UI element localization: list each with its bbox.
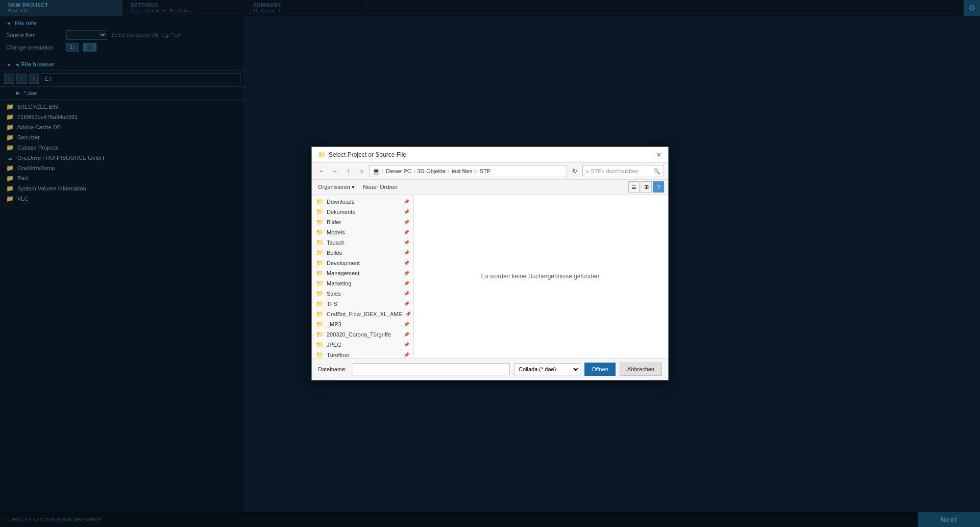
sidebar-folder-icon: 📁 xyxy=(316,239,324,246)
sidebar-folder-icon: 📁 xyxy=(316,300,324,307)
filetype-select[interactable]: Collada (*.dae) xyxy=(514,363,580,375)
view-grid-btn[interactable]: ⊞ xyxy=(641,181,652,193)
dialog-sidebar-item[interactable]: 📁 JPEG📌 xyxy=(312,340,413,350)
sidebar-folder-icon: 📁 xyxy=(316,341,324,348)
sidebar-folder-icon: 📁 xyxy=(316,331,324,338)
organise-button[interactable]: Organisieren ▾ xyxy=(316,183,357,191)
view-list-btn[interactable]: ☰ xyxy=(628,181,640,193)
dialog-sidebar-item[interactable]: 📁 Sales📌 xyxy=(312,289,413,299)
dialog-nav-back[interactable]: ← xyxy=(316,165,327,177)
pin-icon: 📌 xyxy=(404,322,409,327)
dialog-sidebar-item[interactable]: 📁 TFS📌 xyxy=(312,299,413,309)
breadcrumb-part-4[interactable]: .STP xyxy=(478,168,491,174)
dialog-body: 📁 Downloads📌📁 Dokumente📌📁 Bilder📌📁 Model… xyxy=(312,195,668,358)
breadcrumb-part-1[interactable]: Dieser PC xyxy=(386,168,411,174)
sidebar-folder-icon: 📁 xyxy=(316,229,324,236)
pin-icon: 📌 xyxy=(404,250,409,255)
filename-label: Dateiname: xyxy=(318,366,349,372)
pin-icon: 📌 xyxy=(404,260,409,266)
sidebar-item-name: 200320_Corona_Türgriffe xyxy=(327,331,391,338)
sidebar-item-name: Dokumente xyxy=(327,209,355,215)
sidebar-folder-icon: 📁 xyxy=(316,259,324,267)
dialog-breadcrumb: 💻 › Dieser PC › 3D-Objekte › test files … xyxy=(369,165,567,177)
sidebar-item-name: TFS xyxy=(327,301,337,307)
sidebar-item-name: _MP3 xyxy=(327,321,341,327)
sidebar-item-name: JPEG xyxy=(327,342,341,348)
dialog-sidebar: 📁 Downloads📌📁 Dokumente📌📁 Bilder📌📁 Model… xyxy=(312,195,414,358)
breadcrumb-sep-1: › xyxy=(382,168,384,174)
dialog-nav-forward[interactable]: → xyxy=(329,165,340,177)
open-button[interactable]: Öffnen xyxy=(584,363,616,376)
dialog-footer: Dateiname: Collada (*.dae) Öffnen Abbrec… xyxy=(312,358,668,380)
pin-icon: 📌 xyxy=(404,220,409,225)
sidebar-folder-icon: 📁 xyxy=(316,249,324,256)
sidebar-item-name: Tausch xyxy=(327,239,345,246)
pin-icon: 📌 xyxy=(404,209,409,214)
sidebar-folder-icon: 📁 xyxy=(316,270,324,277)
dialog-nav-up[interactable]: ↑ xyxy=(342,165,354,177)
new-folder-button[interactable]: Neuer Ordner xyxy=(361,183,399,191)
sidebar-folder-icon: 📁 xyxy=(316,198,324,205)
filename-input[interactable] xyxy=(353,363,510,375)
breadcrumb-part-2[interactable]: 3D-Objekte xyxy=(417,168,446,174)
sidebar-folder-icon: 📁 xyxy=(316,280,324,287)
dialog-actions-bar: Organisieren ▾ Neuer Ordner ☰ ⊞ ? xyxy=(312,180,668,195)
pin-icon: 📌 xyxy=(404,230,409,235)
dialog-sidebar-item[interactable]: 📁 _MP3📌 xyxy=(312,319,413,329)
dialog-sidebar-item[interactable]: 📁 Development📌 xyxy=(312,258,413,268)
sidebar-item-name: Development xyxy=(327,260,360,266)
dialog-nav-home[interactable]: ⌂ xyxy=(356,165,367,177)
dialog-sidebar-item[interactable]: 📁 Builds📌 xyxy=(312,248,413,258)
pin-icon: 📌 xyxy=(404,240,409,245)
dialog-search-box[interactable]: ».STP« durchsuchen 🔍 xyxy=(582,165,664,177)
dialog-sidebar-item[interactable]: 📁 Marketing📌 xyxy=(312,278,413,289)
dialog-close-button[interactable]: ✕ xyxy=(656,151,662,158)
sidebar-item-name: Marketing xyxy=(327,280,351,286)
sidebar-folder-icon: 📁 xyxy=(316,321,324,328)
sidebar-item-name: Türöffner xyxy=(327,352,349,358)
pin-icon: 📌 xyxy=(404,332,409,337)
sidebar-folder-icon: 📁 xyxy=(316,208,324,215)
search-icon: 🔍 xyxy=(653,168,660,175)
sidebar-folder-icon: 📁 xyxy=(316,290,324,297)
dialog-sidebar-item[interactable]: 📁 Management📌 xyxy=(312,268,413,278)
dialog-main-area: Es wurden keine Suchergebnisse gefunden. xyxy=(414,195,668,358)
sidebar-item-name: CrafBot_Flow_IDEX_XL_AME xyxy=(327,311,402,317)
view-buttons: ☰ ⊞ ? xyxy=(628,181,664,193)
pin-icon: 📌 xyxy=(404,352,409,357)
dialog-toolbar: ← → ↑ ⌂ 💻 › Dieser PC › 3D-Objekte › tes… xyxy=(312,163,668,180)
breadcrumb-part-3[interactable]: test files xyxy=(452,168,472,174)
sidebar-folder-icon: 📁 xyxy=(316,310,324,318)
dialog-title-text: Select Project or Source File xyxy=(329,151,406,158)
pin-icon: 📌 xyxy=(404,271,409,276)
sidebar-item-name: Builds xyxy=(327,250,342,256)
dialog-titlebar: 📁 Select Project or Source File ✕ xyxy=(312,147,668,163)
search-placeholder-text: ».STP« durchsuchen xyxy=(586,168,639,174)
dialog-sidebar-item[interactable]: 📁 Tausch📌 xyxy=(312,237,413,248)
view-help-btn[interactable]: ? xyxy=(653,181,664,193)
dialog-sidebar-item[interactable]: 📁 Downloads📌 xyxy=(312,197,413,207)
pin-icon: 📌 xyxy=(404,281,409,286)
file-dialog: 📁 Select Project or Source File ✕ ← → ↑ … xyxy=(311,147,669,380)
pin-icon: 📌 xyxy=(404,301,409,306)
dialog-title-icon: 📁 xyxy=(318,151,326,158)
dialog-refresh-btn[interactable]: ↻ xyxy=(569,165,580,177)
dialog-sidebar-item[interactable]: 📁 Dokumente📌 xyxy=(312,207,413,217)
sidebar-item-name: Sales xyxy=(327,291,341,297)
dialog-sidebar-item[interactable]: 📁 Bilder📌 xyxy=(312,217,413,227)
sidebar-folder-icon: 📁 xyxy=(316,219,324,226)
sidebar-item-name: Models xyxy=(327,229,345,235)
dialog-sidebar-item[interactable]: 📁 Models📌 xyxy=(312,227,413,237)
sidebar-item-name: Bilder xyxy=(327,219,341,225)
dialog-sidebar-item[interactable]: 📁 CrafBot_Flow_IDEX_XL_AME📌 xyxy=(312,309,413,319)
no-results-text: Es wurden keine Suchergebnisse gefunden. xyxy=(481,273,601,280)
cancel-button[interactable]: Abbrechen xyxy=(620,363,662,376)
dialog-sidebar-item[interactable]: 📁 200320_Corona_Türgriffe📌 xyxy=(312,329,413,340)
pin-icon: 📌 xyxy=(404,291,409,296)
dialog-sidebar-item[interactable]: 📁 Türöffner📌 xyxy=(312,350,413,358)
sidebar-item-name: Downloads xyxy=(327,199,354,205)
pin-icon: 📌 xyxy=(404,199,409,204)
sidebar-item-name: Management xyxy=(327,270,359,276)
pin-icon: 📌 xyxy=(405,312,411,317)
sidebar-folder-icon: 📁 xyxy=(316,351,324,358)
